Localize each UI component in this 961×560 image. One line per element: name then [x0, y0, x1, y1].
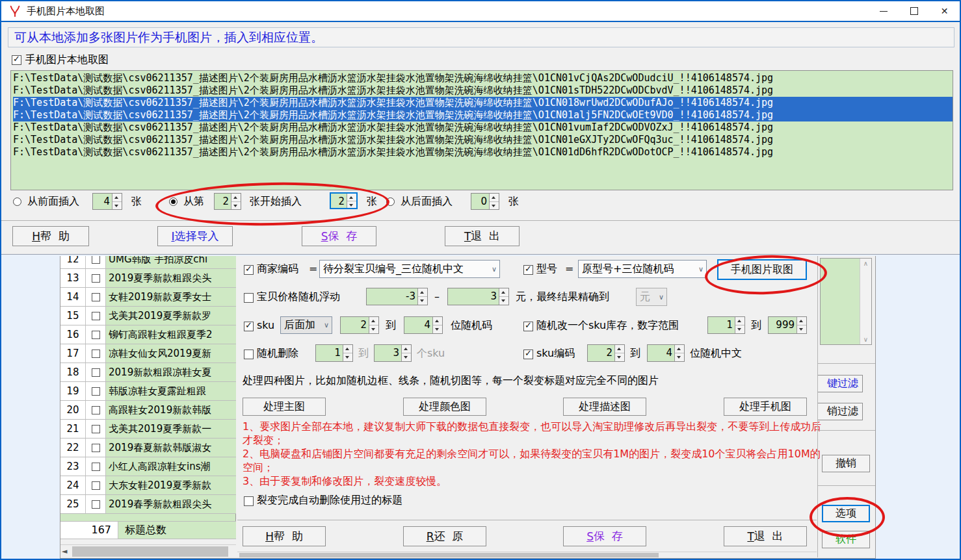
- stock-checkbox[interactable]: [523, 322, 533, 331]
- table-row[interactable]: 222019春夏新款韩版淑女: [60, 439, 236, 457]
- row-checkbox[interactable]: [92, 350, 100, 358]
- row-checkbox[interactable]: [92, 463, 100, 471]
- sku-digits-from-spinner[interactable]: 2: [340, 316, 379, 334]
- panel-horizontal-scrollbar[interactable]: [237, 552, 817, 557]
- insert-back-radio[interactable]: [386, 197, 395, 206]
- options-button[interactable]: 选项: [822, 505, 870, 522]
- file-item[interactable]: F:\TestData\测试数据\csv06211357_描述图片\2个装厨房用…: [13, 121, 953, 134]
- table-row[interactable]: 21戈美其2019夏季新款一: [60, 420, 236, 439]
- main-exit-button[interactable]: T退 出: [724, 526, 807, 546]
- row-checkbox-cell[interactable]: [86, 288, 106, 306]
- stock-to-spinner[interactable]: 999: [768, 316, 807, 334]
- auto-delete-checkbox[interactable]: [244, 496, 254, 506]
- key-filter-button[interactable]: 键过滤: [817, 375, 863, 392]
- source-checkbox[interactable]: [12, 55, 21, 65]
- main-save-button[interactable]: S保 存: [563, 526, 646, 546]
- scrollbar-thumb[interactable]: [239, 553, 659, 557]
- table-row[interactable]: 132019夏季新款粗跟尖头: [60, 269, 236, 288]
- row-checkbox-cell[interactable]: [86, 256, 106, 268]
- scrollbar-thumb[interactable]: [72, 546, 228, 557]
- spinner-up-icon[interactable]: [499, 288, 508, 297]
- spinner-down-icon[interactable]: [369, 325, 378, 333]
- spinner-down-icon[interactable]: [797, 325, 806, 333]
- file-item[interactable]: F:\TestData\测试数据\csv06211357_描述图片\2个装厨房用…: [13, 109, 953, 121]
- row-checkbox-cell[interactable]: [86, 476, 106, 494]
- price-float-checkbox[interactable]: [244, 293, 254, 303]
- file-item[interactable]: F:\TestData\测试数据\csv06211357_描述图片\2个装厨房用…: [13, 146, 953, 159]
- spinner-up-icon[interactable]: [112, 194, 122, 202]
- row-checkbox-cell[interactable]: [86, 420, 106, 438]
- table-row[interactable]: 19韩版凉鞋女夏露趾粗跟: [60, 382, 236, 401]
- spinner-down-icon[interactable]: [735, 325, 744, 333]
- help-button[interactable]: H帮 助: [12, 226, 89, 246]
- row-checkbox-cell[interactable]: [86, 344, 106, 363]
- merchant-code-checkbox[interactable]: [244, 265, 254, 275]
- spinner-down-icon[interactable]: [675, 353, 684, 361]
- row-checkbox[interactable]: [92, 293, 100, 301]
- spinner-up-icon[interactable]: [797, 317, 806, 325]
- sku-code-to-spinner[interactable]: 4: [647, 344, 685, 362]
- row-checkbox-cell[interactable]: [86, 439, 106, 457]
- price-high-spinner[interactable]: 3: [447, 288, 509, 305]
- model-checkbox[interactable]: [523, 265, 533, 275]
- row-checkbox[interactable]: [92, 274, 100, 283]
- table-row[interactable]: 17凉鞋女仙女风2019夏新: [60, 344, 236, 363]
- spinner-down-icon[interactable]: [499, 297, 508, 305]
- stock-from-spinner[interactable]: 1: [707, 316, 745, 334]
- process-main-image-button[interactable]: 处理主图: [243, 398, 326, 416]
- row-checkbox[interactable]: [92, 368, 100, 377]
- row-checkbox[interactable]: [92, 481, 100, 490]
- main-help-button[interactable]: H帮 助: [243, 526, 326, 546]
- spinner-down-icon[interactable]: [615, 353, 624, 361]
- insert-back-spinner[interactable]: 0: [471, 193, 499, 210]
- process-color-image-button[interactable]: 处理颜色图: [403, 398, 486, 416]
- spinner-up-icon[interactable]: [347, 194, 356, 201]
- spinner-up-icon[interactable]: [433, 317, 442, 325]
- delete-from-spinner[interactable]: 1: [315, 344, 353, 362]
- vertical-scrollbar[interactable]: ∧ ∨: [860, 259, 871, 344]
- merchant-code-dropdown[interactable]: 待分裂宝贝编号_三位随机中文∨: [319, 260, 500, 278]
- list-area[interactable]: [821, 259, 860, 344]
- spinner-down-icon[interactable]: [231, 202, 241, 210]
- insert-front-spinner[interactable]: 4: [92, 193, 122, 210]
- spinner-up-icon[interactable]: [675, 345, 684, 353]
- close-button[interactable]: ✕: [929, 1, 960, 21]
- spinner-up-icon[interactable]: [369, 317, 378, 325]
- table-row[interactable]: 16铆钉高跟鞋女粗跟夏季2: [60, 325, 236, 344]
- row-checkbox[interactable]: [92, 444, 100, 452]
- delete-to-spinner[interactable]: 3: [374, 344, 412, 362]
- sku-digits-to-spinner[interactable]: 4: [404, 316, 443, 334]
- spinner-down-icon[interactable]: [433, 325, 442, 333]
- table-row[interactable]: 15戈美其2019夏季新款罗: [60, 307, 236, 325]
- spinner-down-icon[interactable]: [490, 202, 499, 210]
- row-checkbox[interactable]: [92, 387, 100, 396]
- insert-middle-radio[interactable]: [169, 197, 178, 206]
- sku-code-checkbox[interactable]: [523, 350, 533, 359]
- row-checkbox-cell[interactable]: [86, 382, 106, 400]
- process-phone-image-button[interactable]: 处理手机图: [724, 398, 807, 416]
- scroll-left-icon[interactable]: ◄: [62, 547, 67, 555]
- maximize-button[interactable]: [899, 1, 929, 21]
- spinner-down-icon[interactable]: [347, 201, 356, 209]
- spinner-down-icon[interactable]: [112, 202, 122, 210]
- row-checkbox[interactable]: [92, 406, 100, 414]
- undo-filter-button[interactable]: 销过滤: [817, 403, 863, 420]
- row-checkbox-cell[interactable]: [86, 457, 106, 476]
- spinner-up-icon[interactable]: [231, 194, 241, 202]
- row-checkbox-cell[interactable]: [86, 325, 106, 344]
- table-row[interactable]: 14女鞋2019新款夏季女士: [60, 288, 236, 307]
- spinner-up-icon[interactable]: [343, 345, 352, 353]
- scroll-down-icon[interactable]: ∨: [860, 336, 871, 343]
- undo-button[interactable]: 撤销: [822, 455, 870, 472]
- spinner-up-icon[interactable]: [735, 317, 744, 325]
- table-horizontal-scrollbar[interactable]: ◄: [60, 544, 236, 557]
- random-delete-checkbox[interactable]: [244, 350, 254, 359]
- row-checkbox-cell[interactable]: [86, 495, 106, 513]
- row-checkbox[interactable]: [92, 500, 100, 509]
- process-desc-image-button[interactable]: 处理描述图: [563, 398, 646, 416]
- table-row[interactable]: 12UMG韩版 手拍凉皮chi: [60, 256, 236, 269]
- software-button[interactable]: 软件: [822, 531, 870, 548]
- import-button[interactable]: I选择导入: [157, 226, 233, 246]
- insert-front-radio[interactable]: [13, 197, 21, 206]
- minimize-button[interactable]: [868, 1, 899, 21]
